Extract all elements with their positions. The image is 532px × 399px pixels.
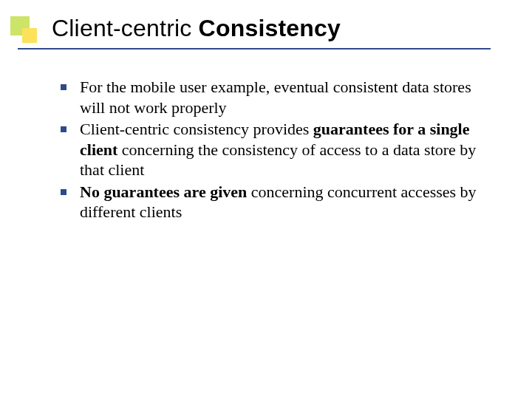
- accent-square-yellow: [22, 28, 37, 43]
- title-part1: Client-centric: [52, 15, 199, 41]
- list-item: For the mobile user example, eventual co…: [61, 77, 497, 117]
- bullet-icon: [61, 189, 66, 195]
- list-item: Client-centric consistency provides guar…: [61, 119, 497, 180]
- title-underline: [18, 48, 491, 50]
- slide-title: Client-centric Consistency: [52, 15, 341, 42]
- bullet-icon: [61, 126, 66, 132]
- bullet-list: For the mobile user example, eventual co…: [61, 77, 497, 224]
- bullet-text: For the mobile user example, eventual co…: [80, 78, 471, 117]
- bullet-icon: [61, 84, 66, 90]
- bullet-text: No guarantees are given concerning concu…: [80, 183, 477, 222]
- bullet-text: Client-centric consistency provides guar…: [80, 120, 476, 179]
- title-accent: [10, 16, 40, 46]
- title-part2: Consistency: [199, 15, 341, 41]
- list-item: No guarantees are given concerning concu…: [61, 182, 497, 222]
